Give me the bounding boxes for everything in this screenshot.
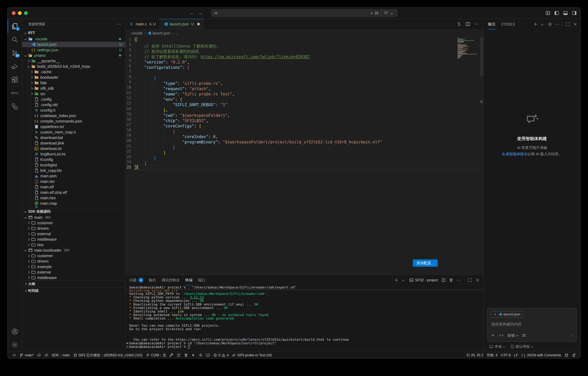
tree-item-main[interactable]: main463 (22, 215, 125, 220)
customize-layout-icon[interactable] (546, 11, 550, 16)
chat-input-placeholder[interactable]: 描述要构建的内容 (491, 322, 573, 327)
tree-item-external[interactable]: external (22, 231, 125, 237)
toggle-panel-icon[interactable] (563, 11, 568, 16)
environment-local[interactable]: 本地 (489, 344, 505, 349)
tree-item-main.map[interactable]: main.map (22, 201, 125, 206)
forward-icon[interactable]: → (198, 11, 203, 16)
tree-item-launch.json[interactable]: launch.jsonU (22, 42, 125, 47)
add-configuration-button[interactable]: 添加配置... (413, 259, 438, 267)
tree-item-.config[interactable]: .config (22, 97, 125, 102)
close-window-button[interactable] (12, 11, 16, 15)
tree-item-settings.json[interactable]: { }settings.jsonU (22, 47, 125, 53)
minimap[interactable] (458, 38, 479, 59)
section-outline[interactable]: 大纲 (22, 280, 125, 287)
activity-settings[interactable] (8, 338, 22, 352)
tree-item-compile_commands.json[interactable]: { }compile_commands.json (22, 118, 125, 124)
gear-icon[interactable] (548, 22, 552, 26)
tree-item-.cache[interactable]: .cache (22, 69, 125, 75)
tree-item-.vscode[interactable]: .vscode (22, 36, 125, 42)
tree-item-project[interactable]: project (22, 53, 125, 58)
tree-item-sifli_sdk[interactable]: sifli_sdk (22, 86, 125, 91)
status-build-settings[interactable] (197, 352, 204, 358)
status-sifli-chip-module[interactable]: SiFli 芯片模组：sf32lb52-lcd_n16r8 (J10) (72, 352, 144, 358)
tree-item-.config.old[interactable]: .config.old (22, 102, 125, 108)
tree-item-customer[interactable]: customer (22, 220, 125, 226)
tree-item-custom_mem_map.h[interactable]: hcustom_mem_map.h (22, 129, 125, 135)
tree-item-main.hex[interactable]: main.hex (22, 195, 125, 201)
tree-item-codebase_index.json[interactable]: { }codebase_index.json (22, 113, 125, 118)
command-decoration[interactable] (126, 342, 128, 344)
activity-extensions[interactable] (8, 73, 22, 87)
split-editor-icon[interactable] (441, 278, 446, 282)
context-chip[interactable]: ＋ launch.json (491, 311, 523, 318)
tree-item-middleware[interactable]: middleware (22, 237, 125, 242)
status-encoding[interactable]: UTF-8 (499, 353, 512, 357)
tree-item-ImgBurnList.ini[interactable]: ImgBurnList.ini (22, 151, 125, 157)
copilot-chat-icon[interactable] (384, 11, 388, 15)
close-icon[interactable] (573, 22, 577, 26)
dirty-indicator[interactable] (197, 23, 200, 25)
terminal[interactable]: bakac@bakacaideAir project % . "/Users/b… (126, 285, 483, 352)
tree-item-__pycache__[interactable]: __pycache__ (22, 58, 125, 64)
section-sdk-sources[interactable]: SDK 依赖源码 (22, 208, 125, 215)
activity-accounts[interactable] (8, 325, 22, 338)
breadcrumb-item[interactable]: ... (175, 31, 178, 35)
code-tags-icon[interactable] (499, 333, 504, 337)
status-debug-launch[interactable]: SiFli probe-rs Test (rtt) (231, 352, 273, 358)
compare-changes-icon[interactable] (457, 22, 462, 26)
more-actions-icon[interactable] (555, 22, 559, 26)
tree-item-external[interactable]: external (22, 269, 125, 275)
tree-item-example[interactable]: example (22, 264, 125, 269)
tree-item-bootloader[interactable]: bootloader (22, 75, 125, 80)
maximize-icon[interactable] (468, 278, 472, 282)
tree-item-cppdefines.txt[interactable]: cppdefines.txt (22, 124, 125, 129)
add-icon[interactable] (533, 22, 538, 26)
more-actions-icon[interactable] (117, 22, 121, 26)
tree-item-Kconfig[interactable]: Kconfig (22, 157, 125, 162)
tree-item-link_copy.lds[interactable]: link_copy.lds (22, 168, 125, 173)
status-clean-build[interactable] (182, 352, 190, 358)
approval-mode[interactable]: 默认审批 (510, 344, 533, 349)
toggle-primary-sidebar-icon[interactable] (554, 11, 559, 16)
mode-selector[interactable]: 自动 (507, 333, 518, 338)
activity-remote-explorer[interactable] (8, 100, 22, 113)
panel-tab-终端[interactable]: 终端 (185, 275, 193, 285)
status-cloud-download[interactable] (43, 352, 50, 358)
panel-tab-端口[interactable]: 端口 (198, 275, 205, 285)
tree-item-drivers[interactable]: drivers (22, 258, 125, 264)
sliders-icon[interactable] (522, 333, 526, 337)
tree-item-customer[interactable]: customer (22, 253, 125, 258)
activity-source-control[interactable]: 15 (8, 46, 22, 60)
minimize-window-button[interactable] (18, 11, 21, 15)
status-tools[interactable] (168, 352, 175, 358)
tree-item-main.elf.strip.elf[interactable]: main.elf.strip.elf (22, 190, 125, 195)
section-timeline[interactable]: 时间线 (22, 287, 125, 294)
command-center[interactable]: rtt ● 18 (211, 10, 397, 17)
tree-item-main.bin[interactable]: 0110main.bin (22, 179, 125, 184)
tree-item[interactable]: h (22, 206, 125, 208)
workspace-root-row[interactable]: RTT (22, 30, 125, 36)
tab-launch.json[interactable]: launch.jsonU (160, 19, 204, 29)
activity-explorer[interactable]: 1 (8, 20, 22, 33)
tab-main.c[interactable]: Cmain.c4, U (126, 19, 160, 29)
chat-tab-聊天[interactable]: 聊天 (488, 19, 496, 30)
status-cursor-position[interactable]: 行 25, 列 2 (465, 353, 485, 358)
toggle-secondary-sidebar-icon[interactable] (572, 11, 577, 16)
status-language-mode[interactable]: { }JSON with Comments (520, 353, 563, 357)
more-actions-icon[interactable] (474, 22, 479, 26)
tree-item-kconfiglist[interactable]: kconfiglist (22, 162, 125, 168)
attach-icon[interactable]: ＋ (491, 332, 495, 338)
send-icon[interactable]: ↑ (571, 333, 573, 338)
status-flash-download[interactable] (190, 352, 197, 358)
panel-tab-调试控制台[interactable]: 调试控制台 (161, 275, 180, 285)
status-cloud-upload[interactable] (35, 352, 43, 358)
status-com-port[interactable]: COM：无 (144, 352, 168, 358)
activity-run-and-debug[interactable] (8, 60, 22, 73)
tree-item-build_sf32lb52-lcd_n16r8_hcpu[interactable]: build_sf32lb52-lcd_n16r8_hcpu (22, 64, 125, 69)
panel-tab-问题[interactable]: 问题4 (129, 275, 143, 285)
status-remote-indicator[interactable] (11, 352, 18, 358)
maximize-icon[interactable] (566, 22, 570, 26)
status-copilot[interactable] (563, 353, 570, 357)
close-icon[interactable] (475, 278, 480, 282)
add-icon[interactable] (394, 278, 399, 282)
